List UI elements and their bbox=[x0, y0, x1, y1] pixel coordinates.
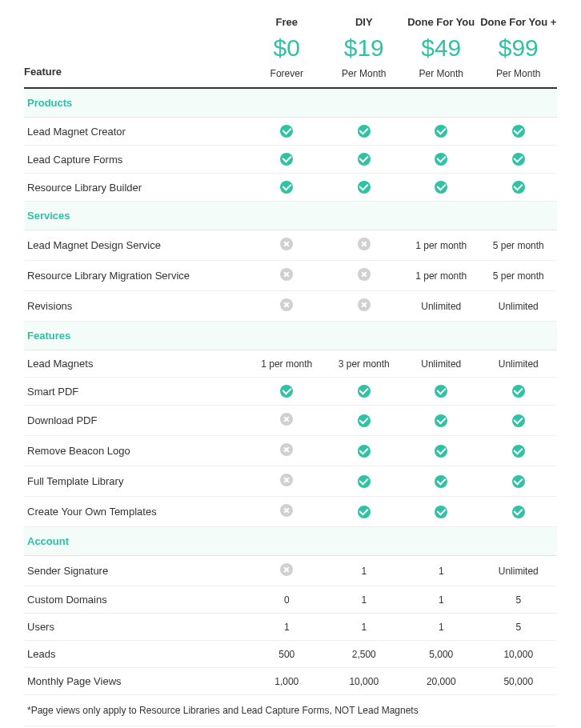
check-icon bbox=[512, 385, 525, 398]
plan-price: $19 bbox=[326, 34, 403, 62]
cross-icon bbox=[280, 504, 293, 517]
cell bbox=[480, 125, 558, 138]
cell bbox=[326, 475, 403, 488]
sections-container: ProductsLead Magnet CreatorLead Capture … bbox=[24, 89, 557, 695]
cell: Unlimited bbox=[480, 301, 558, 312]
cell bbox=[403, 445, 480, 458]
row-label: Revisions bbox=[24, 300, 248, 312]
section-header: Features bbox=[24, 322, 557, 350]
table-row: Remove Beacon Logo bbox=[24, 436, 557, 466]
plan-price: $99 bbox=[480, 34, 558, 62]
cell: 1 per month bbox=[403, 240, 480, 251]
cross-icon bbox=[280, 413, 293, 426]
row-label: Users bbox=[24, 621, 248, 633]
plan-name: Done For You bbox=[403, 16, 480, 28]
cell bbox=[403, 475, 480, 488]
plan-header-diy: DIY $19 Per Month bbox=[326, 16, 403, 79]
cell bbox=[480, 385, 558, 398]
check-icon bbox=[280, 153, 293, 166]
check-icon bbox=[435, 125, 447, 138]
cell: Unlimited bbox=[480, 358, 558, 370]
table-row: Create Your Own Templates bbox=[24, 497, 557, 527]
cell: 1 bbox=[326, 566, 403, 577]
plan-name: DIY bbox=[326, 16, 403, 28]
plan-period: Per Month bbox=[480, 68, 558, 79]
cell bbox=[248, 181, 326, 194]
cell: Unlimited bbox=[480, 566, 558, 577]
check-icon bbox=[512, 153, 525, 166]
cell: 50,000 bbox=[480, 676, 558, 687]
cross-icon bbox=[280, 238, 293, 250]
cell bbox=[248, 153, 326, 166]
table-row: Resource Library Builder bbox=[24, 174, 557, 202]
table-row: Lead Magnet Design Service1 per month5 p… bbox=[24, 230, 557, 261]
cell: 5 bbox=[480, 594, 558, 606]
cell: 5,000 bbox=[403, 649, 480, 660]
cell bbox=[326, 181, 403, 194]
cross-icon bbox=[280, 268, 293, 281]
check-icon bbox=[280, 125, 293, 138]
plan-name: Done For You + bbox=[480, 16, 558, 28]
row-label: Download PDF bbox=[24, 414, 248, 426]
row-label: Lead Magnets bbox=[24, 358, 248, 370]
cell bbox=[403, 414, 480, 427]
row-label: Full Template Library bbox=[24, 475, 248, 487]
check-icon bbox=[358, 385, 371, 398]
table-row: Download PDF bbox=[24, 406, 557, 436]
cell: 1 per month bbox=[403, 270, 480, 282]
header-row: Feature Free $0 Forever DIY $19 Per Mont… bbox=[24, 16, 557, 89]
footnote: *Page views only apply to Resource Libra… bbox=[24, 695, 557, 726]
cell: 0 bbox=[248, 594, 326, 606]
cell: 3 per month bbox=[326, 358, 403, 370]
check-icon bbox=[435, 475, 447, 488]
check-icon bbox=[280, 181, 293, 194]
check-icon bbox=[358, 445, 371, 458]
pricing-table: Feature Free $0 Forever DIY $19 Per Mont… bbox=[24, 16, 557, 726]
plan-period: Per Month bbox=[326, 68, 403, 79]
plan-period: Forever bbox=[248, 68, 326, 79]
check-icon bbox=[358, 125, 371, 138]
table-row: Lead Magnets1 per month3 per monthUnlimi… bbox=[24, 350, 557, 378]
cross-icon bbox=[358, 238, 371, 250]
cell bbox=[326, 268, 403, 283]
cell bbox=[248, 504, 326, 519]
cell bbox=[248, 125, 326, 138]
cell: Unlimited bbox=[403, 301, 480, 312]
table-row: Sender Signature11Unlimited bbox=[24, 556, 557, 586]
cell bbox=[326, 385, 403, 398]
cell: 5 bbox=[480, 622, 558, 633]
cell: 2,500 bbox=[326, 649, 403, 660]
cross-icon bbox=[358, 298, 371, 311]
section-header: Services bbox=[24, 202, 557, 230]
row-label: Monthly Page Views bbox=[24, 675, 248, 687]
table-row: RevisionsUnlimitedUnlimited bbox=[24, 291, 557, 322]
cell: 1 per month bbox=[248, 358, 326, 370]
row-label: Sender Signature bbox=[24, 565, 248, 577]
plan-name: Free bbox=[248, 16, 326, 28]
section-header: Account bbox=[24, 527, 557, 556]
cell bbox=[248, 443, 326, 458]
table-row: Monthly Page Views1,00010,00020,00050,00… bbox=[24, 668, 557, 695]
cross-icon bbox=[358, 268, 371, 281]
row-label: Lead Magnet Design Service bbox=[24, 239, 248, 251]
table-row: Full Template Library bbox=[24, 466, 557, 497]
cross-icon bbox=[280, 474, 293, 486]
check-icon bbox=[358, 475, 371, 488]
cell: 1 bbox=[326, 622, 403, 633]
cell: 1,000 bbox=[248, 676, 326, 687]
table-row: Lead Magnet Creator bbox=[24, 118, 557, 146]
check-icon bbox=[512, 181, 525, 194]
table-row: Leads5002,5005,00010,000 bbox=[24, 641, 557, 668]
plan-price: $0 bbox=[248, 34, 326, 62]
cell bbox=[403, 181, 480, 194]
cell bbox=[480, 506, 558, 518]
cell bbox=[326, 298, 403, 314]
cell bbox=[480, 475, 558, 488]
cell: 5 per month bbox=[480, 270, 558, 282]
cell bbox=[248, 474, 326, 489]
check-icon bbox=[435, 181, 447, 194]
check-icon bbox=[512, 506, 525, 518]
cell bbox=[403, 125, 480, 138]
check-icon bbox=[512, 414, 525, 427]
cross-icon bbox=[280, 298, 293, 311]
